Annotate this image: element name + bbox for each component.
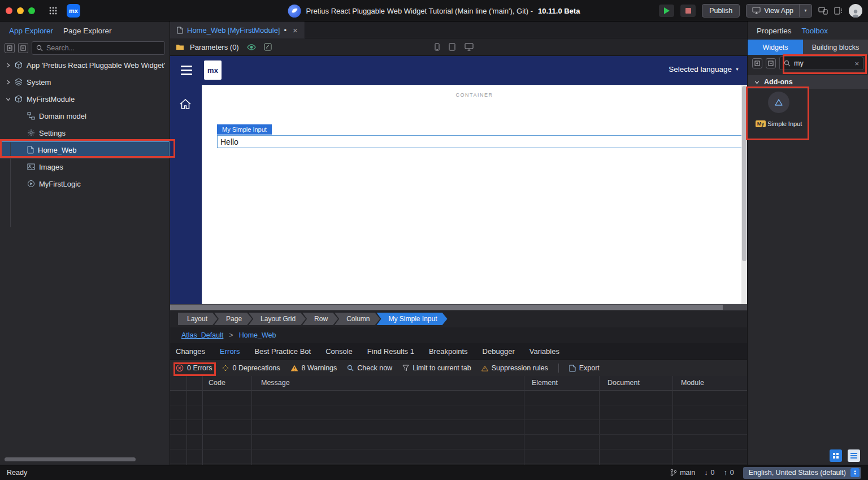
tree-item-system[interactable]: System bbox=[0, 73, 170, 90]
mendix-dock-icon[interactable]: mx bbox=[67, 4, 80, 18]
outgoing-commits[interactable]: ↑ 0 bbox=[723, 469, 734, 477]
chevron-right-icon[interactable] bbox=[6, 63, 11, 68]
canvas-vertical-scrollbar[interactable] bbox=[741, 85, 747, 304]
tab-best-practice-bot[interactable]: Best Practice Bot bbox=[254, 347, 311, 356]
layout-link[interactable]: Atlas_Default bbox=[181, 331, 223, 339]
branch-selector[interactable]: main bbox=[670, 469, 695, 477]
grid-view-icon[interactable] bbox=[830, 449, 842, 462]
macos-zoom-button[interactable] bbox=[28, 7, 35, 14]
run-button[interactable] bbox=[659, 5, 674, 17]
tree-item-settings[interactable]: Settings bbox=[0, 124, 170, 141]
app-grid-icon[interactable] bbox=[49, 6, 58, 15]
desktop-preview-icon[interactable] bbox=[465, 43, 474, 51]
phone-preview-icon[interactable] bbox=[435, 43, 440, 51]
design-mode-icon[interactable] bbox=[264, 43, 272, 51]
responsive-toggle-icon[interactable] bbox=[834, 7, 843, 15]
selected-language-text[interactable]: Selected language bbox=[669, 65, 732, 73]
column-element[interactable]: Element bbox=[532, 379, 558, 387]
scrollbar-thumb[interactable] bbox=[742, 86, 747, 261]
tab-toolbox[interactable]: Toolbox bbox=[798, 24, 832, 37]
collapse-all-icon[interactable] bbox=[18, 43, 28, 53]
stop-button[interactable] bbox=[680, 5, 696, 17]
export-button[interactable]: Export bbox=[569, 364, 600, 372]
tab-debugger[interactable]: Debugger bbox=[483, 347, 515, 356]
tree-item-myfirstmodule[interactable]: MyFirstModule bbox=[0, 90, 170, 107]
tree-item-images[interactable]: Images bbox=[0, 158, 170, 175]
close-tab-icon[interactable]: × bbox=[293, 25, 298, 35]
user-avatar[interactable] bbox=[849, 4, 862, 18]
tab-console[interactable]: Console bbox=[326, 347, 353, 356]
page-content[interactable]: CONTAINER My Simple Input Hello bbox=[202, 85, 747, 304]
tab-app-explorer[interactable]: App Explorer bbox=[6, 24, 57, 37]
toolbox-search[interactable]: × bbox=[779, 57, 863, 70]
toolbox-widget-my-simple-input[interactable]: My Simple Input bbox=[757, 92, 801, 127]
tree-item-domain-model[interactable]: Domain model bbox=[0, 107, 170, 124]
language-selector[interactable]: English, United States (default) ▲▼ bbox=[743, 467, 861, 479]
explorer-search-input[interactable] bbox=[46, 44, 160, 52]
my-simple-input-widget[interactable]: Hello bbox=[217, 135, 747, 148]
document-tab-home-web[interactable]: Home_Web [MyFirstModule] • × bbox=[170, 21, 305, 38]
explorer-horizontal-scrollbar[interactable] bbox=[0, 457, 170, 462]
page-navbar[interactable]: mx Selected language ▼ bbox=[170, 56, 747, 85]
chevron-right-icon[interactable] bbox=[6, 80, 11, 85]
warnings-filter-button[interactable]: 8 Warnings bbox=[290, 364, 337, 372]
column-document[interactable]: Document bbox=[607, 379, 640, 387]
collapse-all-icon[interactable] bbox=[766, 58, 776, 68]
breadcrumb-row[interactable]: Row bbox=[302, 313, 338, 325]
home-icon[interactable] bbox=[179, 98, 192, 110]
macos-minimize-button[interactable] bbox=[17, 7, 24, 14]
tab-breakpoints[interactable]: Breakpoints bbox=[429, 347, 468, 356]
chevron-down-icon[interactable] bbox=[6, 97, 11, 102]
tab-find-results[interactable]: Find Results 1 bbox=[367, 347, 414, 356]
arrow-up-icon: ↑ bbox=[723, 469, 727, 477]
tab-variables[interactable]: Variables bbox=[530, 347, 559, 356]
breadcrumb-my-simple-input[interactable]: My Simple Input bbox=[376, 313, 447, 325]
column-message[interactable]: Message bbox=[261, 379, 290, 387]
check-now-button[interactable]: Check now bbox=[347, 364, 392, 372]
breadcrumb-column[interactable]: Column bbox=[335, 313, 380, 325]
addons-section-header[interactable]: Add-ons bbox=[748, 75, 868, 89]
publish-button[interactable]: Publish bbox=[702, 4, 740, 18]
tab-page-explorer[interactable]: Page Explorer bbox=[60, 24, 115, 37]
column-code[interactable]: Code bbox=[209, 379, 225, 387]
breadcrumb-page[interactable]: Page bbox=[214, 313, 252, 325]
suppression-rules-button[interactable]: Suppression rules bbox=[481, 364, 548, 372]
subtab-widgets[interactable]: Widgets bbox=[748, 40, 803, 55]
container-widget[interactable]: CONTAINER My Simple Input Hello bbox=[202, 85, 747, 304]
list-view-icon[interactable] bbox=[848, 449, 860, 462]
deprecations-filter-button[interactable]: 0 Deprecations bbox=[222, 364, 280, 372]
tab-changes[interactable]: Changes bbox=[176, 347, 205, 356]
breadcrumb-layout-grid[interactable]: Layout Grid bbox=[249, 313, 306, 325]
tab-errors[interactable]: Errors bbox=[220, 347, 240, 356]
tree-item-myfirstlogic[interactable]: MyFirstLogic bbox=[0, 175, 170, 192]
view-app-button[interactable]: View App ▼ bbox=[746, 4, 812, 18]
tree-item-app[interactable]: App 'Pretius React Pluggable Web Widget' bbox=[0, 57, 170, 73]
parameters-button[interactable]: Parameters (0) bbox=[190, 43, 239, 51]
explorer-search[interactable] bbox=[32, 41, 165, 55]
page-link[interactable]: Home_Web bbox=[239, 331, 276, 339]
locate-in-explorer-icon[interactable] bbox=[5, 43, 15, 53]
tab-properties[interactable]: Properties bbox=[753, 24, 795, 37]
page-canvas[interactable]: mx Selected language ▼ CONTAINER My Simp… bbox=[170, 56, 747, 304]
toolbox-search-input[interactable] bbox=[794, 59, 851, 67]
clear-search-icon[interactable]: × bbox=[854, 59, 859, 68]
incoming-commits[interactable]: ↓ 0 bbox=[704, 469, 714, 477]
locate-widget-icon[interactable] bbox=[752, 58, 762, 68]
breadcrumb-layout[interactable]: Layout bbox=[178, 313, 218, 325]
errors-filter-button[interactable]: 0 Errors bbox=[176, 364, 212, 372]
column-module[interactable]: Module bbox=[681, 379, 704, 387]
visibility-preview-icon[interactable] bbox=[247, 44, 256, 50]
hamburger-menu-icon[interactable] bbox=[181, 66, 192, 77]
view-app-dropdown-caret[interactable]: ▼ bbox=[799, 5, 811, 17]
scrollbar-thumb[interactable] bbox=[5, 457, 136, 461]
device-preview-icon[interactable] bbox=[818, 7, 828, 15]
macos-close-button[interactable] bbox=[6, 7, 12, 14]
canvas-horizontal-scrollbar[interactable] bbox=[170, 304, 747, 310]
tablet-preview-icon[interactable] bbox=[449, 43, 455, 51]
limit-to-current-tab-button[interactable]: Limit to current tab bbox=[402, 364, 471, 372]
page-logo[interactable]: mx bbox=[204, 60, 222, 80]
scrollbar-thumb[interactable] bbox=[170, 305, 723, 310]
language-stepper-icon[interactable]: ▲▼ bbox=[850, 468, 860, 477]
subtab-building-blocks[interactable]: Building blocks bbox=[803, 40, 868, 55]
tree-item-home-web[interactable]: Home_Web bbox=[0, 141, 170, 158]
